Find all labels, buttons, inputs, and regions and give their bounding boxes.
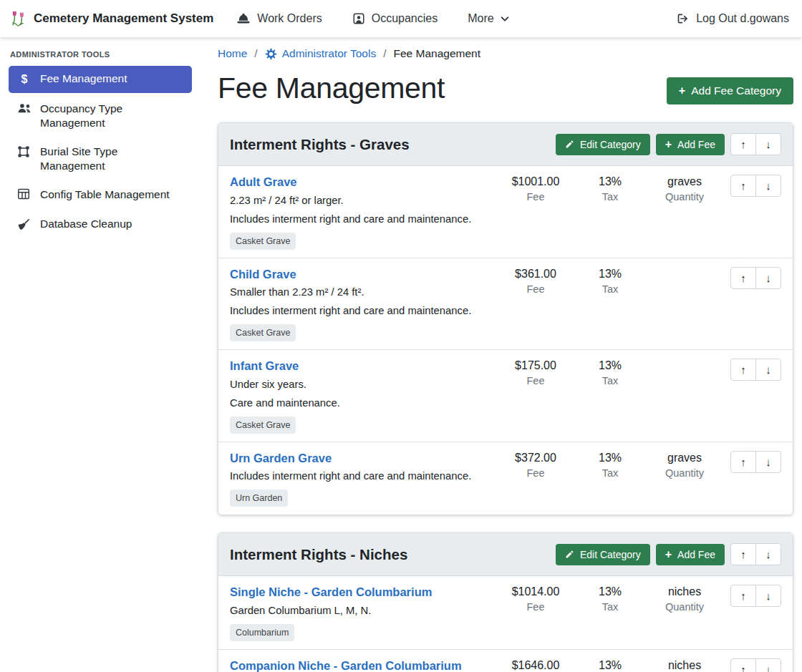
fee-label: Fee: [493, 375, 578, 386]
tax-label: Tax: [578, 283, 642, 295]
fee-move-down-button[interactable]: ↓: [755, 359, 781, 381]
quantity-label: Quantity: [642, 191, 727, 203]
category-reorder-buttons: ↑ ↓: [730, 133, 781, 155]
logout-button[interactable]: Log Out d.gowans: [676, 12, 789, 25]
fee-move-up-button[interactable]: ↑: [730, 359, 756, 381]
add-fee-category-button[interactable]: + Add Fee Category: [667, 77, 793, 104]
plus-icon: +: [679, 85, 685, 97]
add-fee-button[interactable]: + Add Fee: [656, 544, 725, 565]
add-fee-category-label: Add Fee Category: [691, 84, 781, 97]
category-title: Interment Rights - Graves: [230, 136, 410, 153]
edit-category-button[interactable]: Edit Category: [556, 544, 650, 565]
quantity-column: niches Quantity: [642, 658, 727, 672]
fee-amount-column: $1001.00 Fee: [493, 175, 578, 203]
arrow-down-icon: ↓: [765, 180, 771, 192]
tax-value: 13%: [578, 359, 642, 372]
fee-name-link[interactable]: Infant Grave: [230, 359, 299, 374]
fee-description: Under six years.: [230, 378, 493, 392]
top-navbar: Cemetery Management System Work Orders O…: [0, 0, 802, 37]
fee-move-down-button[interactable]: ↓: [755, 175, 781, 197]
sidebar-item-fee-management[interactable]: $ Fee Management: [9, 66, 192, 93]
fee-label: Fee: [493, 467, 578, 479]
sidebar-item-label: Burial Site Type Management: [40, 145, 183, 173]
quantity-value: niches: [642, 585, 727, 598]
sidebar-item-burial-site-type-management[interactable]: Burial Site Type Management: [9, 139, 192, 179]
quantity-column: graves Quantity: [642, 451, 727, 479]
fee-move-up-button[interactable]: ↑: [730, 267, 756, 289]
category-move-up-button[interactable]: ↑: [730, 133, 756, 155]
fee-description: Includes interment right and care and ma…: [230, 304, 493, 318]
add-fee-label: Add Fee: [677, 549, 715, 560]
nav-occupancies[interactable]: Occupancies: [352, 12, 438, 25]
fee-move-down-button[interactable]: ↓: [755, 451, 781, 473]
fee-type-badge: Casket Grave: [230, 233, 296, 250]
main-content: Home /: [200, 37, 802, 672]
fee-name-link[interactable]: Urn Garden Grave: [230, 451, 332, 466]
quantity-column: graves Quantity: [642, 175, 727, 203]
edit-category-button[interactable]: Edit Category: [556, 134, 650, 155]
fee-type-badge: Casket Grave: [230, 324, 296, 341]
sidebar-item-label: Fee Management: [40, 72, 127, 86]
arrow-down-icon: ↓: [765, 138, 771, 150]
fee-move-up-button[interactable]: ↑: [730, 451, 756, 473]
fee-move-down-button[interactable]: ↓: [755, 658, 781, 672]
quantity-column: [642, 267, 727, 268]
breadcrumb-admin-tools-link[interactable]: Administrator Tools: [265, 47, 377, 60]
fee-name-link[interactable]: Single Niche - Garden Columbarium: [230, 585, 432, 600]
nav-more[interactable]: More: [468, 12, 508, 25]
fee-row: Infant Grave Under six years. Care and m…: [218, 350, 793, 442]
tax-label: Tax: [578, 601, 642, 613]
app-brand[interactable]: Cemetery Management System: [9, 9, 213, 29]
fee-amount: $1014.00: [493, 585, 578, 598]
sidebar-item-config-table-management[interactable]: Config Table Management: [9, 182, 192, 208]
fee-description: Includes interment right and care and ma…: [230, 469, 493, 484]
tax-label: Tax: [578, 467, 642, 479]
fee-reorder-buttons: ↑ ↓: [730, 359, 781, 381]
arrow-up-icon: ↑: [740, 548, 746, 560]
quantity-label: Quantity: [642, 467, 727, 479]
breadcrumb-home-link[interactable]: Home: [218, 47, 247, 60]
sidebar-item-occupancy-type-management[interactable]: Occupancy Type Management: [9, 96, 192, 136]
fee-description: Includes interment right and care and ma…: [230, 213, 493, 227]
person-frame-icon: [352, 12, 365, 25]
breadcrumb-separator: /: [383, 47, 386, 60]
add-fee-button[interactable]: + Add Fee: [656, 134, 725, 155]
admin-sidebar: ADMINISTRATOR TOOLS $ Fee Management Occ…: [0, 37, 200, 672]
category-move-down-button[interactable]: ↓: [755, 543, 781, 565]
logout-icon: [676, 12, 690, 25]
fee-row: Companion Niche - Garden Columbarium Gar…: [218, 650, 793, 672]
fee-amount: $1646.00: [493, 659, 578, 672]
fee-move-up-button[interactable]: ↑: [730, 585, 756, 607]
fee-move-down-button[interactable]: ↓: [755, 267, 781, 289]
sidebar-item-database-cleanup[interactable]: Database Cleanup: [9, 211, 192, 237]
fee-name-link[interactable]: Companion Niche - Garden Columbarium: [230, 658, 462, 672]
fee-move-up-button[interactable]: ↑: [730, 175, 756, 197]
tax-value: 13%: [578, 175, 642, 188]
quantity-label: Quantity: [642, 601, 727, 613]
nav-occupancies-label: Occupancies: [372, 12, 438, 25]
category-move-up-button[interactable]: ↑: [730, 543, 756, 565]
vector-square-icon: [17, 145, 32, 158]
tax-column: 13% Tax: [578, 359, 642, 386]
plus-icon: +: [665, 549, 672, 560]
category-move-down-button[interactable]: ↓: [755, 133, 781, 155]
nav-work-orders[interactable]: Work Orders: [236, 12, 322, 25]
tax-value: 13%: [578, 585, 642, 598]
fee-move-up-button[interactable]: ↑: [730, 658, 756, 672]
fee-amount: $361.00: [493, 268, 578, 281]
plus-icon: +: [665, 139, 672, 150]
fee-name-link[interactable]: Child Grave: [230, 267, 296, 282]
fee-row: Urn Garden Grave Includes interment righ…: [218, 442, 793, 515]
arrow-up-icon: ↑: [740, 590, 746, 602]
fee-amount-column: $1014.00 Fee: [493, 585, 578, 613]
table-icon: [17, 188, 32, 200]
fee-move-down-button[interactable]: ↓: [755, 585, 781, 607]
category-header: Interment Rights - Niches Edit Category …: [218, 533, 793, 576]
main-nav: Work Orders Occupancies More: [236, 12, 508, 25]
fee-name-link[interactable]: Adult Grave: [230, 175, 297, 190]
fee-type-badge: Urn Garden: [230, 490, 288, 507]
quantity-column: niches Quantity: [642, 585, 727, 613]
tax-label: Tax: [578, 191, 642, 203]
sidebar-heading: ADMINISTRATOR TOOLS: [10, 50, 190, 59]
fee-reorder-buttons: ↑ ↓: [730, 267, 781, 289]
